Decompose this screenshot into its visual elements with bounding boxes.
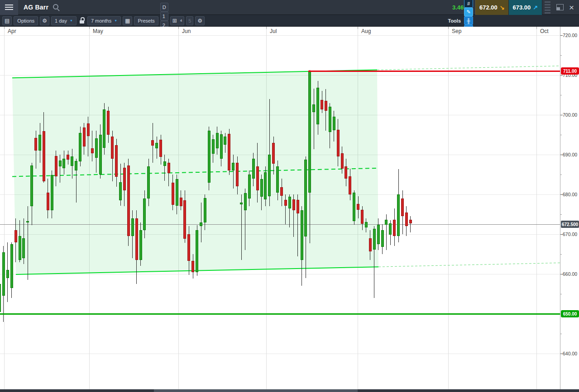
gear-icon[interactable]: ⚙ <box>40 16 49 25</box>
candle <box>316 88 319 124</box>
options-list-icon[interactable]: ▤ <box>2 16 12 25</box>
candle <box>312 104 315 112</box>
horizontal-scrollbar[interactable] <box>0 389 579 392</box>
candle <box>345 166 347 178</box>
preset-save-button[interactable]: ⊞4 <box>170 16 185 25</box>
candle <box>91 148 94 153</box>
unlock-icon[interactable] <box>79 17 85 24</box>
candle <box>220 134 223 159</box>
candle-wick <box>285 194 286 224</box>
candle <box>143 198 146 230</box>
candle <box>34 138 37 151</box>
interval-dropdown[interactable]: 1 day▼ <box>51 16 77 25</box>
axis-minor-tick <box>560 254 562 255</box>
options-button[interactable]: Options <box>14 16 38 25</box>
support-line <box>0 313 560 315</box>
candle <box>107 111 110 135</box>
presets-label-button[interactable]: Presets <box>134 16 158 25</box>
candle-wick <box>233 155 234 189</box>
candle <box>59 161 62 166</box>
candle <box>373 229 376 250</box>
candle <box>321 100 323 109</box>
grid-icon[interactable]: # <box>464 0 473 8</box>
chart-toolbar: ▤ Options ⚙ 1 day▼ 7 months▼ ▦ Presets D… <box>0 15 579 27</box>
candle <box>292 199 295 211</box>
candle <box>361 210 364 224</box>
axis-minor-tick <box>560 294 562 294</box>
candle <box>26 221 29 223</box>
price-axis[interactable]: 720.00710.00700.00690.00680.00670.00660.… <box>560 27 579 389</box>
candle <box>99 135 102 175</box>
candle-wick <box>164 155 165 181</box>
axis-label: 680.00 <box>563 192 577 197</box>
resistance-line <box>308 71 560 72</box>
candle-wick <box>28 206 28 280</box>
candle <box>401 198 404 217</box>
candle <box>377 225 380 244</box>
candle <box>325 101 327 111</box>
candle <box>288 197 291 208</box>
candle <box>87 123 90 136</box>
price-chart[interactable]: AprMayJunJulAugSepOct <box>0 27 560 389</box>
candle <box>224 137 226 145</box>
candle <box>119 182 122 200</box>
candle <box>0 284 1 312</box>
axis-minor-tick <box>560 214 562 215</box>
candle <box>47 193 49 210</box>
candle <box>167 163 170 173</box>
candle <box>103 109 105 148</box>
candle <box>111 137 114 158</box>
candle <box>405 213 408 227</box>
preset-1-button[interactable]: 1 <box>160 12 168 21</box>
calendar-icon[interactable]: ▦ <box>123 16 132 25</box>
candle <box>252 159 255 179</box>
candle <box>10 244 13 288</box>
instrument-title: AG Barr <box>24 4 48 11</box>
support-price-badge: 650.00 <box>561 310 579 317</box>
candle <box>260 179 263 197</box>
candle <box>385 220 388 225</box>
candle <box>212 139 215 154</box>
candlestick-icon[interactable]: ╫ <box>464 16 473 25</box>
candle <box>30 165 33 207</box>
scrollbar-thumb[interactable] <box>154 389 358 392</box>
candle <box>341 153 344 168</box>
candle <box>357 204 359 210</box>
candle <box>216 133 219 148</box>
current-price-line <box>0 224 560 225</box>
candle <box>43 131 45 181</box>
candle <box>337 130 340 157</box>
candle <box>2 252 5 296</box>
range-dropdown[interactable]: 7 months▼ <box>87 16 121 25</box>
candle <box>155 143 158 148</box>
candle <box>329 107 331 132</box>
gear-icon[interactable]: ⚙ <box>195 16 205 25</box>
preset-d-button[interactable]: D <box>160 3 168 12</box>
candle <box>151 140 154 145</box>
preset-5-button[interactable]: 5 <box>186 16 193 25</box>
candle <box>248 175 251 198</box>
candle <box>38 135 41 151</box>
axis-label: 670.00 <box>563 231 577 237</box>
candle <box>240 203 243 204</box>
trend-channel <box>0 27 560 389</box>
menu-button[interactable] <box>0 0 18 15</box>
candle <box>55 156 57 177</box>
tools-label: Tools <box>448 18 461 24</box>
chevron-down-icon: ▼ <box>70 19 73 22</box>
candle <box>397 194 400 236</box>
candle <box>304 160 307 236</box>
candle <box>6 270 9 278</box>
candle <box>280 187 283 195</box>
candle <box>51 175 53 210</box>
candle <box>187 234 190 261</box>
axis-minor-tick <box>560 95 562 95</box>
candle <box>139 230 142 260</box>
axis-minor-tick <box>560 334 562 334</box>
candle <box>365 222 368 227</box>
candle <box>228 134 230 170</box>
candle <box>264 172 267 199</box>
draw-tool-icon[interactable]: ✎ <box>464 8 473 16</box>
axis-label: 660.00 <box>563 271 577 277</box>
search-icon[interactable] <box>53 4 60 11</box>
